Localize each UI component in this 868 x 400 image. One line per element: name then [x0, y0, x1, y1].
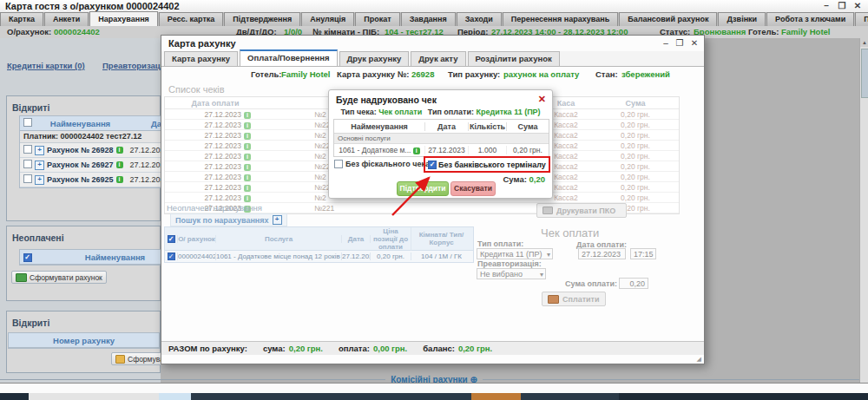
- expand-icon[interactable]: +: [35, 146, 44, 155]
- row-checkbox[interactable]: [23, 174, 32, 183]
- col-sum[interactable]: Сума: [592, 99, 679, 108]
- pay-sum-field[interactable]: 0,20: [619, 278, 648, 289]
- pay-date-field[interactable]: 27.12.2023: [578, 248, 626, 259]
- col-name[interactable]: Найменування: [35, 252, 161, 262]
- dialog-tab[interactable]: Карта рахунку: [164, 51, 238, 66]
- main-tab[interactable]: Балансовий рахунок: [619, 12, 717, 26]
- totals-paid-value: 0,00 грн.: [373, 344, 407, 353]
- info-icon[interactable]: i: [244, 185, 251, 192]
- close-icon[interactable]: ✕: [687, 37, 701, 49]
- dialog-tab[interactable]: Розділити рахунок: [468, 51, 560, 66]
- col-number[interactable]: Номер рахунку: [9, 336, 159, 345]
- table-header: Найменування Дата Кількість Сума: [334, 120, 549, 134]
- invoice-row[interactable]: + Рахунок № 26928 i 27.12.2023: [20, 143, 161, 158]
- col-date[interactable]: Дата: [342, 235, 371, 243]
- no-terminal-highlight[interactable]: ✓ Без банківського терміналу: [424, 156, 550, 173]
- accruals-search[interactable]: Пошук по нарахуваннях +: [170, 213, 287, 226]
- col-name[interactable]: Найменування: [35, 119, 126, 128]
- pay-button[interactable]: Сплатити: [542, 292, 606, 306]
- info-icon[interactable]: i: [116, 147, 123, 154]
- main-tab[interactable]: Ресс. картка: [159, 12, 223, 26]
- col-account[interactable]: О/ рахунок: [178, 235, 216, 243]
- payment-heading: Чек оплати: [541, 226, 599, 239]
- expand-icon[interactable]: +: [35, 161, 44, 170]
- plus-circle-icon[interactable]: ⊕: [470, 375, 477, 384]
- main-tab[interactable]: Дзвінки: [718, 12, 766, 26]
- info-icon[interactable]: i: [116, 176, 123, 183]
- scroll-up-icon[interactable]: ▲: [860, 38, 868, 47]
- dialog-tab[interactable]: Оплата/Повернення: [240, 49, 338, 66]
- main-tab[interactable]: Нарахування: [89, 11, 158, 26]
- confirm-button[interactable]: Підтвердити: [397, 181, 449, 196]
- accrual-row[interactable]: ✓ 0000024402 1061 - Додаткове місце пона…: [165, 251, 473, 262]
- col-pay-date[interactable]: Дата оплати: [165, 99, 266, 108]
- cancel-button[interactable]: Скасувати: [450, 181, 496, 196]
- resize-grip-icon[interactable]: ◢: [697, 356, 701, 363]
- dialog-tab[interactable]: Друк акту: [411, 51, 465, 66]
- pay-type-select[interactable]: Кредитка 11 (ПР) ▾: [477, 248, 553, 259]
- row-checkbox[interactable]: ✓: [168, 252, 175, 260]
- taskbar[interactable]: [0, 393, 868, 400]
- maximize-icon[interactable]: ❐: [673, 37, 687, 49]
- main-tab[interactable]: Заходи: [457, 12, 502, 26]
- expand-icon[interactable]: +: [35, 175, 44, 185]
- col-service[interactable]: Послуга: [216, 235, 342, 243]
- preauth-link[interactable]: Преавторизації (0): [102, 61, 161, 70]
- pay-time-field[interactable]: 17:15: [630, 248, 656, 259]
- dialog-tab[interactable]: Друк рахунку: [339, 51, 410, 66]
- create-invoice-button[interactable]: Сформувати рахунок: [11, 271, 107, 284]
- main-tab[interactable]: Перенесення нарахувань: [503, 12, 618, 26]
- receipt-title: Буде надруковано чек: [336, 95, 437, 105]
- info-icon[interactable]: i: [244, 122, 251, 129]
- info-icon[interactable]: i: [116, 161, 123, 168]
- info-icon[interactable]: i: [244, 133, 251, 140]
- col-date[interactable]: Дата: [126, 119, 161, 128]
- totals-label: РАЗОМ по рахунку:: [168, 344, 247, 353]
- minimize-icon[interactable]: –: [819, 0, 833, 11]
- info-icon[interactable]: i: [244, 174, 251, 181]
- main-tab[interactable]: Ануляція: [301, 12, 354, 26]
- no-fiscal-checkbox[interactable]: [334, 160, 343, 168]
- select-all-checkbox[interactable]: ✓: [168, 235, 175, 243]
- maximize-icon[interactable]: ❐: [835, 0, 849, 11]
- no-fiscal-option[interactable]: Без фіскального чека: [334, 160, 430, 168]
- main-tab[interactable]: Завдання: [401, 12, 456, 26]
- invoice-row[interactable]: + Рахунок № 26927 i 27.12.2023: [20, 158, 161, 173]
- preauth-select[interactable]: Не вибрано ▾: [477, 268, 546, 279]
- select-all-checkbox[interactable]: [23, 118, 32, 127]
- col-price[interactable]: Ціна позиції до оплати: [371, 227, 411, 251]
- main-tab[interactable]: Путівки: [855, 12, 868, 26]
- col-room[interactable]: Кімната/ Тип/Корпус: [411, 231, 471, 246]
- select-all-checkbox[interactable]: ✓: [23, 253, 32, 262]
- main-tab[interactable]: Робота з ключами: [766, 12, 854, 26]
- main-scrollbar[interactable]: ▲: [859, 38, 868, 383]
- main-tab[interactable]: Підтвердження: [224, 12, 300, 26]
- close-icon[interactable]: ✕: [538, 94, 546, 105]
- minimize-icon[interactable]: –: [659, 37, 673, 49]
- no-terminal-checkbox[interactable]: ✓: [428, 161, 437, 169]
- main-tab[interactable]: Картка: [0, 12, 43, 26]
- row-checkbox[interactable]: [23, 145, 32, 154]
- info-icon[interactable]: i: [413, 148, 420, 154]
- receipt-row[interactable]: 1061 - Додаткове м... i 27.12.2023 1.000…: [334, 144, 549, 156]
- info-icon[interactable]: i: [244, 164, 251, 171]
- print-pko-button[interactable]: Друкувати ПКО: [536, 203, 627, 218]
- main-tab[interactable]: Прокат: [355, 12, 399, 26]
- invoice-row[interactable]: + Рахунок № 26925 i 27.12.2023: [20, 173, 161, 187]
- main-tab[interactable]: Анкети: [44, 12, 89, 26]
- info-icon[interactable]: i: [244, 143, 251, 150]
- credit-cards-link[interactable]: Кредитні картки (0): [7, 61, 85, 70]
- info-icon[interactable]: i: [244, 112, 251, 119]
- row-checkbox[interactable]: [23, 160, 32, 168]
- unpaid-section-title: Неоплачені нарахування: [167, 203, 262, 213]
- info-icon[interactable]: i: [244, 195, 251, 202]
- close-icon[interactable]: ✕: [851, 0, 865, 11]
- info-icon[interactable]: i: [244, 154, 251, 161]
- check-sum: 0,20 грн.: [621, 152, 650, 161]
- group-row: Основні послуги: [334, 134, 549, 144]
- scrollbar-thumb[interactable]: [861, 49, 868, 98]
- create-doc-button[interactable]: Сформувати д: [111, 352, 161, 365]
- commission-label[interactable]: Комісійні рахунки ⊕: [385, 375, 483, 384]
- check-date: 27.12.2023: [204, 183, 241, 192]
- expand-icon[interactable]: +: [273, 215, 282, 225]
